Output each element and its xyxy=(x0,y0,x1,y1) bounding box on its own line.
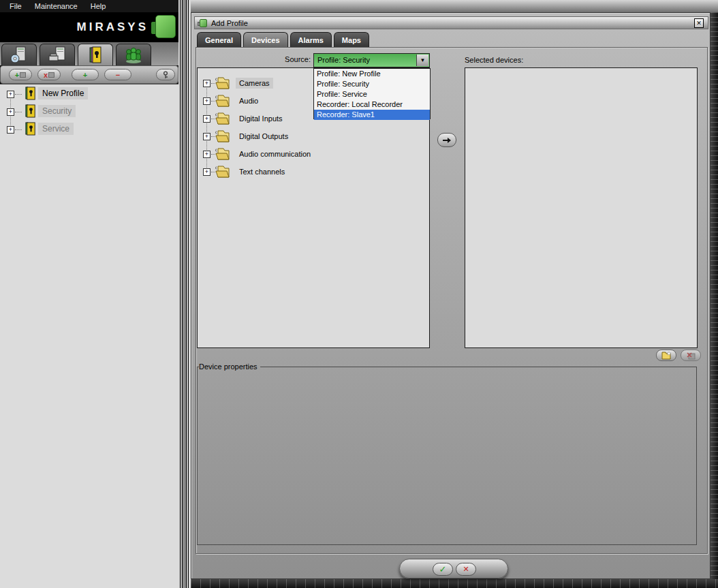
expand-icon[interactable]: + xyxy=(7,126,14,134)
tab-devices[interactable]: Devices xyxy=(243,32,288,47)
close-icon[interactable]: ✕ xyxy=(694,18,704,28)
profile-item-icon xyxy=(22,122,39,136)
option-recorder-slave1[interactable]: Recorder: Slave1 xyxy=(314,110,430,120)
tab-recorders[interactable] xyxy=(40,44,75,65)
device-item-digital-outputs[interactable]: Digital Outputs xyxy=(236,131,292,142)
device-item-audio-communication[interactable]: Audio communication xyxy=(236,149,314,159)
tab-alarms[interactable]: Alarms xyxy=(290,32,332,47)
expand-icon[interactable]: + xyxy=(203,115,210,123)
tree-row[interactable]: + Service xyxy=(0,121,178,138)
dialog-tab-strip: General Devices Alarms Maps xyxy=(197,32,369,47)
mirasys-logo-text: MIRASYS xyxy=(77,20,149,34)
selected-devices-label: Selected devices: xyxy=(465,56,523,64)
remove-selected-button xyxy=(681,350,701,361)
source-combobox-value: Profile: Security xyxy=(314,54,429,67)
chevron-down-icon[interactable]: ▼ xyxy=(416,55,428,66)
tab-system[interactable] xyxy=(1,44,37,65)
expand-icon[interactable]: + xyxy=(203,168,210,176)
arrow-right-icon xyxy=(442,137,452,144)
dialog-title-bar[interactable]: Add Profile ✕ xyxy=(194,16,708,29)
new-folder-button[interactable] xyxy=(656,350,676,361)
expand-icon[interactable]: + xyxy=(7,108,14,116)
source-dropdown-list: Profile: New Profile Profile: Security P… xyxy=(313,68,431,119)
mirasys-logo-icon xyxy=(151,15,176,40)
profiles-tree[interactable]: + New Profile + Security + xyxy=(0,84,178,588)
folder-icon xyxy=(214,147,230,161)
cancel-x-icon: ✕ xyxy=(463,565,469,574)
cancel-button[interactable]: ✕ xyxy=(456,563,476,576)
expand-icon[interactable]: + xyxy=(203,97,210,105)
ok-button[interactable]: ✓ xyxy=(433,563,453,576)
tree-item-new-profile[interactable]: New Profile xyxy=(38,87,88,99)
key-icon xyxy=(161,71,170,79)
dialog-title: Add Profile xyxy=(211,19,248,27)
vertical-splitter[interactable] xyxy=(178,0,191,588)
logo-band: MIRASYS xyxy=(0,12,178,42)
device-properties-label: Device properties xyxy=(199,362,260,371)
remove-icon xyxy=(686,352,696,360)
remove-profile-button[interactable]: x xyxy=(37,69,61,80)
option-profile-security[interactable]: Profile: Security xyxy=(314,79,430,89)
collapse-all-button[interactable]: − xyxy=(104,69,131,80)
profile-item-icon xyxy=(22,104,39,118)
folder-icon xyxy=(214,94,230,108)
folder-icon xyxy=(214,129,230,143)
device-item-audio[interactable]: Audio xyxy=(236,95,262,106)
sidebar-tab-strip xyxy=(0,42,178,65)
tree-row[interactable]: + New Profile xyxy=(0,86,178,102)
app-window: File Maintenance Help MIRASYS xyxy=(0,0,718,588)
plus-doc-icon: + xyxy=(15,71,19,79)
expand-all-button[interactable]: + xyxy=(72,69,99,80)
folder-icon xyxy=(214,76,230,90)
profile-book-icon xyxy=(88,46,103,64)
add-device-arrow-button[interactable] xyxy=(437,133,456,147)
expand-icon[interactable]: + xyxy=(203,80,210,87)
profile-item-icon xyxy=(22,87,39,100)
dialog-title-icon xyxy=(198,19,207,27)
tab-general[interactable]: General xyxy=(197,32,241,47)
device-item-digital-inputs[interactable]: Digital Inputs xyxy=(236,113,286,124)
device-row[interactable]: + Audio communication xyxy=(198,146,429,164)
device-row[interactable]: + Digital Outputs xyxy=(198,128,429,146)
device-row[interactable]: + Text channels xyxy=(198,164,429,181)
x-doc-icon: x xyxy=(44,71,48,79)
dialog-button-bar: ✓ ✕ xyxy=(399,559,508,578)
folder-icon xyxy=(214,112,230,125)
computer-disc-icon xyxy=(10,46,29,64)
bottom-edge-texture xyxy=(191,579,718,588)
device-item-cameras[interactable]: Cameras xyxy=(236,78,273,89)
expand-icon[interactable]: + xyxy=(203,151,210,158)
menu-file[interactable]: File xyxy=(10,2,22,10)
plus-icon: + xyxy=(83,71,87,79)
minus-icon: − xyxy=(116,71,120,79)
folder-icon xyxy=(214,165,230,179)
menu-help[interactable]: Help xyxy=(91,2,106,10)
menu-maintenance[interactable]: Maintenance xyxy=(35,2,78,10)
device-properties-group: Device properties xyxy=(197,362,697,545)
recorder-server-icon xyxy=(48,46,67,64)
tree-row[interactable]: + Security xyxy=(0,104,178,120)
key-button[interactable] xyxy=(156,69,175,80)
option-profile-new-profile[interactable]: Profile: New Profile xyxy=(314,69,430,79)
tab-profiles[interactable] xyxy=(78,44,113,65)
add-profile-button[interactable]: + xyxy=(9,69,32,80)
menu-bar: File Maintenance Help xyxy=(0,0,178,12)
users-group-icon xyxy=(123,46,144,64)
option-profile-service[interactable]: Profile: Service xyxy=(314,89,430,99)
sidebar-toolbar: + x + − xyxy=(0,65,178,84)
add-profile-dialog: Add Profile ✕ General Devices Alarms Map… xyxy=(191,12,711,579)
option-recorder-local-recorder[interactable]: Recorder: Local Recorder xyxy=(314,99,430,110)
right-edge-texture xyxy=(711,12,718,588)
check-icon: ✓ xyxy=(439,564,447,574)
source-combobox[interactable]: Profile: Security ▼ xyxy=(313,53,430,67)
tree-item-service[interactable]: Service xyxy=(38,123,74,135)
device-item-text-channels[interactable]: Text channels xyxy=(236,166,288,177)
expand-icon[interactable]: + xyxy=(7,91,14,98)
source-label: Source: xyxy=(263,55,311,63)
tree-item-security[interactable]: Security xyxy=(38,105,76,117)
tab-users[interactable] xyxy=(116,44,151,65)
new-folder-icon xyxy=(661,351,672,360)
expand-icon[interactable]: + xyxy=(203,133,210,140)
tab-maps[interactable]: Maps xyxy=(334,32,369,47)
selected-devices-list[interactable] xyxy=(465,67,698,348)
